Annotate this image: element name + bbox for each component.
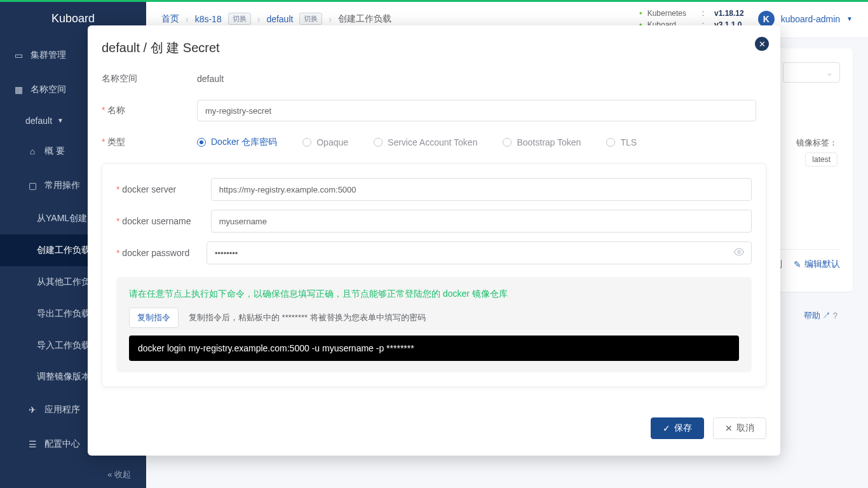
layers-icon: ☰ [27,439,38,449]
tag-label: 镜像标签： [796,138,837,147]
label-namespace: 名称空间 [102,73,197,85]
command-hint: 请在任意节点上执行如下命令，以确保信息填写正确，且节点能够正常登陆您的 dock… [129,288,739,300]
crumb-ns[interactable]: default [266,14,293,24]
breadcrumb: 首页 › k8s-18 切换 › default 切换 › 创建工作负载 [161,13,391,25]
sidebar-collapse[interactable]: « 收起 [0,461,146,488]
cluster-icon: ▭ [13,50,24,60]
dialog-footer: ✓ 保存 ✕ 取消 [102,417,766,439]
folder-icon: ▢ [27,180,38,191]
value-namespace: default [197,74,224,84]
crumb-tag2[interactable]: 切换 [299,13,322,25]
username: kuboard-admin [781,14,840,24]
ns-name: default [25,116,52,126]
label-type: 类型 [102,137,197,148]
sidebar-label-apps: 应用程序 [44,404,80,416]
radio-bootstrap[interactable]: Bootstrap Token [503,137,581,147]
label-docker-username: docker username [116,216,211,226]
namespace-icon: ▦ [13,85,24,95]
sidebar-label-cluster: 集群管理 [31,50,66,61]
crumb-tag1[interactable]: 切换 [228,13,251,25]
create-secret-dialog: default / 创 建 Secret ✕ 名称空间 default 名称 类… [88,25,780,456]
radio-opaque[interactable]: Opaque [302,137,348,147]
tag-value: latest [805,152,837,166]
crumb-cluster[interactable]: k8s-18 [195,14,222,24]
copy-note: 复制指令后，粘贴板中的 ******** 将被替换为您表单中填写的密码 [189,312,426,323]
docker-password-input[interactable] [207,241,752,264]
chevron-down-icon: ⌄ [826,68,833,78]
cancel-button[interactable]: ✕ 取消 [713,417,766,439]
check-icon: ✓ [663,423,670,433]
label-docker-server: docker server [116,184,211,194]
command-code: docker login my-registry.example.com:500… [129,336,739,361]
radio-docker[interactable]: Docker 仓库密码 [197,137,277,148]
radio-tls[interactable]: TLS [606,137,637,147]
avatar: K [758,11,775,27]
caret-down-icon: ▼ [57,117,64,124]
sidebar-label-config: 配置中心 [44,438,80,450]
command-box: 请在任意节点上执行如下命令，以确保信息填写正确，且节点能够正常登陆您的 dock… [116,277,752,372]
docker-server-input[interactable] [211,178,752,201]
docker-config-card: docker server docker username docker pas… [102,163,766,387]
home-icon: ⌂ [27,146,38,156]
save-button[interactable]: ✓ 保存 [651,417,704,439]
sidebar-label-common-ops: 常用操作 [44,180,80,191]
name-input[interactable] [197,100,756,121]
user-menu[interactable]: K kuboard-admin ▼ [758,11,853,27]
plane-icon: ✈ [27,405,38,415]
caret-down-icon: ▼ [846,15,853,22]
close-icon: ✕ [759,39,766,49]
dialog-overlay: default / 创 建 Secret ✕ 名称空间 default 名称 类… [0,0,868,488]
close-icon: ✕ [725,423,733,433]
crumb-current: 创建工作负载 [338,13,391,25]
help-link[interactable]: 帮助 [804,311,820,320]
select-stub[interactable]: ⌄ [783,62,840,83]
dialog-title: default / 创 建 Secret [102,39,766,57]
copy-command-button[interactable]: 复制指令 [129,308,179,328]
label-name: 名称 [102,105,197,116]
sidebar-label-namespace: 名称空间 [31,84,66,95]
svg-point-0 [738,251,740,254]
type-radio-group: Docker 仓库密码 Opaque Service Account Token… [197,137,637,148]
label-docker-password: docker password [116,248,207,258]
radio-sat[interactable]: Service Account Token [374,137,477,147]
sidebar-label-overview: 概 要 [44,146,65,157]
pencil-icon: ✎ [794,259,801,269]
eye-icon[interactable] [734,247,744,259]
docker-username-input[interactable] [211,210,752,233]
edit-default-button[interactable]: ✎ 编辑默认 [794,259,840,270]
accent-bar [0,0,868,2]
close-button[interactable]: ✕ [755,37,769,51]
crumb-home[interactable]: 首页 [161,13,179,25]
